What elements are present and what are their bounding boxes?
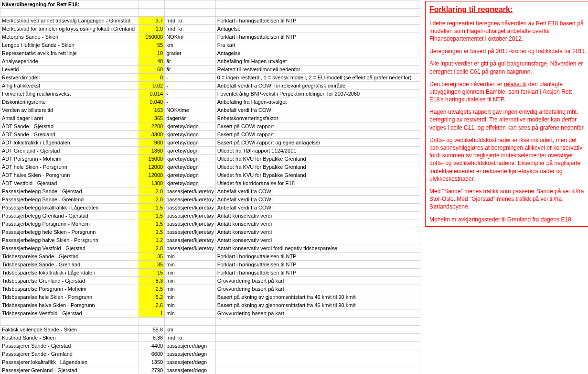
cell-value[interactable]: 1.5 xyxy=(139,228,165,236)
cell-note[interactable]: Basert på COWI-rapport og egne antagelse… xyxy=(215,139,420,147)
cell-value[interactable]: 55.8 xyxy=(139,326,165,334)
cell-label[interactable]: ÅDT hele Skien - Porsgrunn xyxy=(0,163,139,171)
cell-label[interactable]: Tidsbesparelse lokaltrafikk i Lågendalen xyxy=(0,269,139,277)
cell-unit[interactable] xyxy=(165,9,216,17)
cell-unit[interactable]: min xyxy=(165,309,216,318)
cell-value[interactable]: 35 xyxy=(139,253,165,261)
cell-value[interactable] xyxy=(139,0,165,9)
cell-value[interactable]: 2790 xyxy=(139,366,165,374)
cell-label[interactable]: Tidsbesparelse Sande - Gjerstad xyxy=(0,253,139,261)
cell-value[interactable]: 1860 xyxy=(139,147,165,155)
cell-note[interactable]: Antatt konservativ verdi xyxy=(215,236,420,244)
cell-label[interactable]: Meterpris Sande - Skien xyxy=(0,33,139,41)
cell-value[interactable]: 60 xyxy=(139,66,165,74)
cell-label[interactable]: ÅDT Porsgrunn - Moheim xyxy=(0,155,139,163)
cell-value[interactable]: 2.0 xyxy=(139,187,165,196)
cell-label[interactable]: Nåverdiberegning for Rett E18: xyxy=(0,0,139,9)
cell-value[interactable]: 35 xyxy=(139,261,165,269)
cell-label[interactable]: Årlig trafikkvekst xyxy=(0,82,139,90)
cell-note[interactable] xyxy=(215,358,420,366)
cell-label[interactable]: Forventet årlig reallønnsvekst xyxy=(0,90,139,98)
cell-note[interactable]: Forklart i høringsuttalelsen til NTP xyxy=(215,269,420,277)
cell-note[interactable]: Utledet fra KVU for Bypakke Grenland xyxy=(215,155,420,163)
cell-unit[interactable]: grader xyxy=(165,49,216,57)
cell-label[interactable]: ÅDT halve Skien - Porsgrunn xyxy=(0,171,139,179)
cell-note[interactable]: Basert på COWI-rapport xyxy=(215,122,420,131)
cell-unit[interactable]: min xyxy=(165,253,216,261)
cell-unit[interactable]: kjøretøy/døgn xyxy=(165,139,216,147)
cell-note[interactable]: Forklart i høringsuttalelsen til NTP xyxy=(215,33,420,41)
cell-label[interactable]: Passasjerbelegg Grenland - Gjerstad xyxy=(0,212,139,220)
cell-value[interactable]: 150000 xyxy=(139,33,165,41)
cell-unit[interactable]: min xyxy=(165,301,216,309)
cell-unit[interactable]: kjøretøy/døgn xyxy=(165,155,216,163)
cell-note[interactable]: Utledet fra KVU for Bypakke Grenland xyxy=(215,163,420,171)
cell-label[interactable]: ÅDT Sande - Gjerstad xyxy=(0,122,139,131)
cell-value[interactable]: 900 xyxy=(139,139,165,147)
cell-value[interactable]: 10 xyxy=(139,49,165,57)
cell-note[interactable]: Anbefalt verdi fra COWI xyxy=(215,106,420,114)
cell-unit[interactable]: passasjerer/døgn xyxy=(165,342,216,350)
cell-note[interactable]: Anbefalt verdi fra COWI xyxy=(215,187,420,196)
cell-note[interactable]: Antagelse xyxy=(215,49,420,57)
cell-label[interactable]: Tidsbesparelse Grenland - Gjerstad xyxy=(0,277,139,285)
cell-note[interactable]: Forklart i høringsuttalelsen til NTP xyxy=(215,261,420,269)
cell-unit[interactable]: kjøretøy/døgn xyxy=(165,131,216,139)
cell-unit[interactable]: passasjerer/kjøretøy xyxy=(165,187,216,196)
cell-note[interactable]: Grovvurdering basert på kart xyxy=(215,285,420,293)
cell-label[interactable]: Passasjerer Sande - Gjerstad xyxy=(0,342,139,350)
cell-unit[interactable]: passasjerer/døgn xyxy=(165,358,216,366)
cell-unit[interactable]: år xyxy=(165,57,216,66)
cell-value[interactable]: 2.0 xyxy=(139,244,165,253)
cell-note[interactable]: Anbefalt verdi fra COWI xyxy=(215,204,420,212)
cell-value[interactable]: 55 xyxy=(139,41,165,49)
cell-note[interactable]: Anbefalt verdi fra COWI for relevant geo… xyxy=(215,82,420,90)
cell-unit[interactable]: mrd. kr. xyxy=(165,17,216,25)
cell-unit[interactable]: min xyxy=(165,261,216,269)
cell-note[interactable]: Relatert til restverdimodell nedenfor xyxy=(215,66,420,74)
cell-note[interactable] xyxy=(215,342,420,350)
cell-value[interactable]: 4400 xyxy=(139,342,165,350)
cell-label[interactable]: Passasjerbelegg Sande - Grenland xyxy=(0,196,139,204)
cell-note[interactable]: Antagelse xyxy=(215,25,420,33)
cell-unit[interactable]: - xyxy=(165,74,216,82)
cell-value[interactable]: 3300 xyxy=(139,131,165,139)
cell-note[interactable]: Utledet fra korridoranalse for E18 xyxy=(215,179,420,187)
cell-value[interactable]: 1.5 xyxy=(139,220,165,228)
cell-value[interactable]: 0.014 xyxy=(139,90,165,98)
cell-label[interactable]: Diskonteringsrente xyxy=(0,98,139,106)
cell-note[interactable]: Basert på COWI-rapport xyxy=(215,131,420,139)
cell-value[interactable]: 1.5 xyxy=(139,204,165,212)
cell-label[interactable]: Tidsbesparelse Sande - Grenland xyxy=(0,261,139,269)
cell-note[interactable] xyxy=(215,318,420,326)
cell-unit[interactable]: passasjerer/kjøretøy xyxy=(165,204,216,212)
cell-note[interactable]: Anbefaling fra Hagen-utvalget xyxy=(215,98,420,106)
cell-unit[interactable]: mrd. kr. xyxy=(165,334,216,342)
cell-label[interactable]: Antall dager i året xyxy=(0,114,139,122)
cell-label[interactable]: ÅDT Sande - Grenland xyxy=(0,131,139,139)
cell-value[interactable] xyxy=(139,9,165,17)
cell-label[interactable] xyxy=(0,9,139,17)
cell-value[interactable]: -1 xyxy=(139,309,165,318)
cell-value[interactable]: 1.2 xyxy=(139,236,165,244)
cell-unit[interactable]: passasjerer/kjøretøy xyxy=(165,212,216,220)
cell-note[interactable]: Foventet årlig BNP-vekst i Perpektivmeld… xyxy=(215,90,420,98)
cell-value[interactable]: 1300 xyxy=(139,179,165,187)
cell-label[interactable]: Passasjerbelegg Sande - Gjerstad xyxy=(0,187,139,196)
cell-note[interactable]: Antatt konservativ verdi xyxy=(215,212,420,220)
cell-unit[interactable]: passasjerer/kjøretøy xyxy=(165,244,216,253)
cell-unit[interactable]: kjøretøy/døgn xyxy=(165,171,216,179)
cell-value[interactable]: 3.7 xyxy=(139,17,165,25)
cell-unit[interactable]: km xyxy=(165,326,216,334)
cell-label[interactable]: Tidsbesparelse Porsgrunn - Moheim xyxy=(0,285,139,293)
cell-label[interactable]: Passasjerbelegg Porsgrunn - Moheim xyxy=(0,220,139,228)
cell-note[interactable] xyxy=(215,326,420,334)
cell-label[interactable]: Tidsbesparelse halve Skien - Porsgrunn xyxy=(0,301,139,309)
cell-unit[interactable]: kjøretøy/døgn xyxy=(165,163,216,171)
cell-value[interactable]: 12000 xyxy=(139,171,165,179)
cell-note[interactable]: Fra kart xyxy=(215,41,420,49)
cell-unit[interactable]: år xyxy=(165,66,216,74)
cell-unit[interactable]: km xyxy=(165,41,216,49)
cell-unit[interactable]: kjøretøy/døgn xyxy=(165,122,216,131)
cell-unit[interactable]: NOK/m xyxy=(165,33,216,41)
